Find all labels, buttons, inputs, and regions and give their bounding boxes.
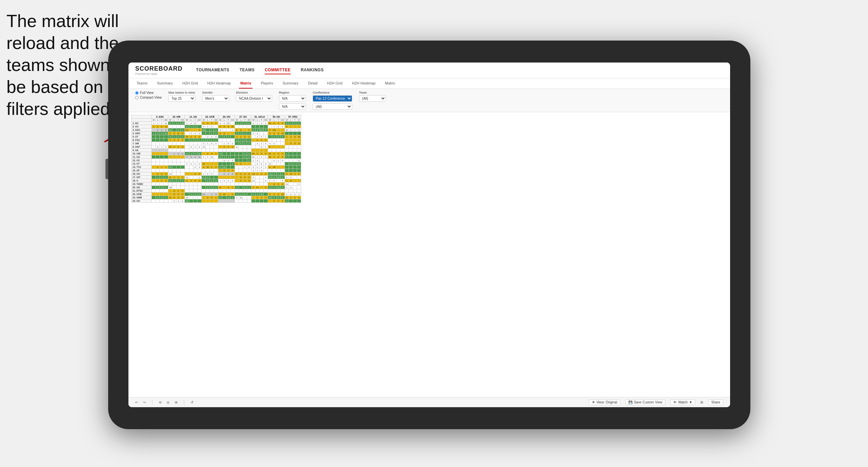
share-button[interactable]: Share <box>708 399 723 405</box>
matrix-cell: 0 <box>243 132 247 135</box>
matrix-cell <box>297 179 301 182</box>
matrix-cell <box>297 145 301 149</box>
matrix-cell: 0 <box>285 193 289 196</box>
sub-nav-summary2[interactable]: Summary <box>281 78 300 89</box>
region-select[interactable]: N/A East West <box>279 95 306 102</box>
matrix-cell <box>210 199 214 203</box>
col-sub-ua-dif: Dif <box>197 119 202 122</box>
zoom-in-button[interactable]: ⊕ <box>175 400 177 404</box>
zoom-reset-button[interactable]: ◎ <box>167 400 170 404</box>
matrix-cell: 0 <box>164 179 168 182</box>
matrix-cell: 2 <box>206 135 210 139</box>
matrix-cell <box>156 162 160 166</box>
matrix-cell <box>210 176 214 179</box>
matrix-cell: 0 <box>156 132 160 135</box>
matrix-cell <box>297 155 301 159</box>
compact-view-radio[interactable]: Compact View <box>135 96 162 99</box>
sub-nav-matrix2[interactable]: Matrix <box>384 78 396 89</box>
nav-tournaments[interactable]: TOURNAMENTS <box>196 66 230 74</box>
conference-select2[interactable]: (All) <box>313 103 352 110</box>
nav-rankings[interactable]: RANKINGS <box>301 66 324 74</box>
division-select[interactable]: NCAA Division I NCAA Division II NCAA Di… <box>236 95 272 102</box>
view-original-button[interactable]: 👁 View: Original <box>589 399 621 405</box>
max-teams-select[interactable]: Top 25 Top 10 Top 50 <box>168 95 195 102</box>
matrix-cell: 1 <box>235 172 239 176</box>
matrix-cell <box>293 152 297 155</box>
matrix-cell: 1 <box>235 135 239 139</box>
sub-nav-summary1[interactable]: Summary <box>155 78 174 89</box>
matrix-cell <box>260 159 264 162</box>
matrix-cell: 66 <box>251 152 256 155</box>
nav-teams[interactable]: TEAMS <box>240 66 255 74</box>
matrix-cell <box>218 139 222 142</box>
team-label: Team <box>359 91 386 94</box>
matrix-cell: 0 <box>251 128 256 132</box>
matrix-cell: 0 <box>206 196 210 199</box>
sub-nav-matrix1[interactable]: Matrix <box>239 78 252 89</box>
row-header-22: 23. UNM <box>131 196 152 199</box>
matrix-cell <box>160 159 164 162</box>
team-select[interactable]: (All) <box>359 95 386 102</box>
matrix-cell: 0 <box>235 193 239 196</box>
matrix-cell <box>268 182 272 186</box>
matrix-cell: 0 <box>289 176 293 179</box>
matrix-cell: 0 <box>206 139 210 142</box>
matrix-cell <box>231 122 235 125</box>
matrix-cell <box>152 199 156 203</box>
sub-nav-h2h-grid1[interactable]: H2H Grid <box>181 78 199 89</box>
matrix-cell: 0 <box>214 132 218 135</box>
matrix-cell: 0 <box>272 122 276 125</box>
matrix-cell: 25 <box>231 125 235 128</box>
gender-select[interactable]: Men's Women's <box>202 95 229 102</box>
matrix-cell <box>293 186 297 189</box>
region-select2[interactable]: N/A <box>279 103 306 110</box>
matrix-cell <box>226 132 231 135</box>
matrix-cell <box>197 182 202 186</box>
top-navigation: SCOREBOARD Powered by clippd TOURNAMENTS… <box>128 63 730 78</box>
matrix-cell <box>276 149 281 152</box>
undo-button[interactable]: ↩ <box>135 400 138 404</box>
zoom-out-button[interactable]: ⊖ <box>159 400 162 404</box>
matrix-cell <box>222 196 226 199</box>
sub-nav-h2h-heatmap1[interactable]: H2H Heatmap <box>206 78 232 89</box>
nav-committee[interactable]: COMMITTEE <box>265 66 291 74</box>
matrix-cell <box>180 159 185 162</box>
matrix-cell <box>185 189 189 193</box>
matrix-cell <box>156 199 160 203</box>
col-ucb: 22. UCB <box>202 115 218 119</box>
matrix-cell: 0 <box>293 142 297 145</box>
matrix-cell <box>256 125 260 128</box>
matrix-cell: 2 <box>156 125 160 128</box>
matrix-cell: 0 <box>251 132 256 135</box>
sub-nav-players[interactable]: Players <box>259 78 274 89</box>
sub-nav-h2h-grid2[interactable]: H2H Grid <box>326 78 344 89</box>
save-custom-button[interactable]: 💾 Save Custom View <box>625 399 665 405</box>
redo-button[interactable]: ↪ <box>143 400 146 404</box>
matrix-container[interactable]: 3. ASU 10. UW 11. UA 22. UCB 24. UO 27. … <box>128 112 730 397</box>
matrix-cell <box>285 159 289 162</box>
sub-nav-detail[interactable]: Detail <box>307 78 319 89</box>
full-view-radio[interactable]: Full View <box>135 91 162 95</box>
matrix-cell <box>226 162 231 166</box>
watch-button[interactable]: 👁 Watch ▼ <box>670 399 695 405</box>
matrix-cell: 2 <box>247 159 251 162</box>
matrix-cell: -21 <box>168 196 172 199</box>
matrix-cell <box>268 139 272 142</box>
matrix-cell: 2 <box>185 162 189 166</box>
matrix-cell <box>197 196 202 199</box>
matrix-cell <box>289 155 293 159</box>
matrix-cell: 0 <box>289 142 293 145</box>
matrix-cell: 0 <box>276 193 281 196</box>
sub-nav-h2h-heatmap2[interactable]: H2H Heatmap <box>351 78 377 89</box>
matrix-cell: 1 <box>193 145 197 149</box>
matrix-cell <box>272 145 276 149</box>
conference-select[interactable]: Pac-12 Conference (All) <box>313 95 352 102</box>
matrix-cell: 0 <box>189 135 193 139</box>
matrix-cell <box>206 193 210 196</box>
sub-nav-teams[interactable]: Teams <box>135 78 149 89</box>
col-sub-ucb-l: L <box>206 119 210 122</box>
reset-button[interactable]: ↺ <box>191 400 193 404</box>
matrix-cell <box>168 149 172 152</box>
corner-header <box>131 115 152 119</box>
matrix-cell: 1 <box>247 142 251 145</box>
